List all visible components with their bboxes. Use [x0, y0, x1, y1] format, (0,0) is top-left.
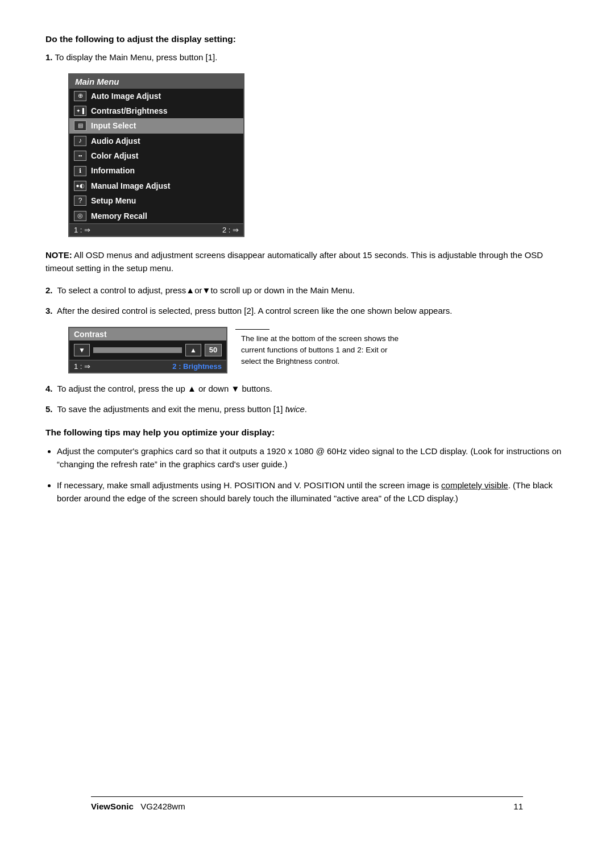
contrast-title: Contrast [69, 328, 226, 340]
footer-model: VG2428wm [140, 801, 185, 811]
contrast-footer: 1 : ⇒ 2 : Brightness [69, 360, 226, 372]
step-3-content: After the desired control is selected, p… [57, 306, 452, 315]
tip-2-underline: completely visible [441, 480, 508, 490]
contrast-footer-right: 2 : Brightness [172, 362, 222, 371]
step-5-italic: twice [285, 404, 305, 414]
main-menu-title: Main Menu [69, 74, 243, 89]
contrast-brightness-label: Contrast/Brightness [91, 105, 168, 117]
step-5-end: . [305, 404, 307, 414]
section-heading-display-setting: Do the following to adjust the display s… [45, 34, 569, 44]
step-1-content: To display the Main Menu, press button [… [55, 52, 217, 62]
note-block: NOTE: All OSD menus and adjustment scree… [45, 248, 569, 275]
input-select-label: Input Select [91, 119, 136, 132]
auto-image-adjust-label: Auto Image Adjust [91, 90, 161, 102]
menu-item-color-adjust: ▪▪ Color Adjust [69, 148, 243, 163]
information-icon: ℹ [74, 166, 86, 176]
menu-footer-left: 1 : ⇒ [74, 226, 90, 234]
contrast-area: Contrast ▼ ▲ 50 1 : ⇒ 2 : Brightness The… [68, 327, 569, 373]
footer-brand-model: ViewSonic VG2428wm [91, 801, 185, 811]
contrast-slider-row: ▼ ▲ 50 [69, 340, 226, 360]
menu-item-information: ℹ Information [69, 163, 243, 178]
contrast-box: Contrast ▼ ▲ 50 1 : ⇒ 2 : Brightness [68, 327, 227, 373]
step-4-content: To adjust the control, press the up ▲ or… [57, 384, 272, 393]
menu-item-contrast-brightness: ✦▐ Contrast/Brightness [69, 103, 243, 118]
step-2-number: 2. [45, 285, 53, 295]
menu-item-input-select: ▤ Input Select [69, 118, 243, 133]
contrast-value: 50 [205, 344, 222, 356]
step-4-text: 4. To adjust the control, press the up ▲… [45, 383, 569, 396]
menu-item-setup-menu: ? Setup Menu [69, 193, 243, 208]
setup-menu-icon: ? [74, 196, 86, 206]
auto-image-adjust-icon: ⊕ [74, 91, 86, 101]
footer-page-number: 11 [513, 801, 523, 811]
main-menu-footer: 1 : ⇒ 2 : ⇒ [69, 223, 243, 236]
tip-item-2: If necessary, make small adjustments usi… [57, 479, 569, 505]
audio-adjust-label: Audio Adjust [91, 135, 140, 147]
contrast-footer-left: 1 : ⇒ [74, 362, 90, 371]
menu-item-manual-image-adjust: ●◐ Manual Image Adjust [69, 178, 243, 193]
menu-item-audio-adjust: ♪ Audio Adjust [69, 134, 243, 148]
step-2-content: To select a control to adjust, press▲or▼… [57, 285, 355, 295]
information-label: Information [91, 164, 135, 177]
step-5-number: 5. [45, 404, 53, 414]
manual-image-adjust-icon: ●◐ [74, 181, 86, 191]
step-1-text: 1. To display the Main Menu, press butto… [45, 51, 569, 64]
memory-recall-icon: ◎ [74, 211, 86, 221]
setup-menu-label: Setup Menu [91, 194, 136, 207]
step-1-number: 1. [45, 52, 53, 62]
tips-heading: The following tips may help you optimize… [45, 427, 569, 438]
footer-brand: ViewSonic [91, 801, 134, 811]
tips-bullet-list: Adjust the computer's graphics card so t… [57, 445, 569, 505]
page-footer: ViewSonic VG2428wm 11 [91, 796, 523, 811]
menu-item-memory-recall: ◎ Memory Recall [69, 209, 243, 223]
contrast-brightness-icon: ✦▐ [74, 106, 86, 116]
contrast-up-btn: ▲ [185, 344, 201, 356]
step-3-text: 3. After the desired control is selected… [45, 305, 569, 318]
audio-adjust-icon: ♪ [74, 136, 86, 146]
note-label: NOTE: [45, 250, 72, 260]
step-3-number: 3. [45, 306, 53, 315]
step-4-number: 4. [45, 384, 53, 393]
step-5-content: To save the adjustments and exit the men… [57, 404, 285, 414]
menu-item-auto-image-adjust: ⊕ Auto Image Adjust [69, 89, 243, 103]
contrast-side-note: The line at the bottom of the screen sho… [241, 333, 400, 368]
color-adjust-label: Color Adjust [91, 149, 138, 162]
note-text: All OSD menus and adjustment screens dis… [45, 250, 543, 273]
input-select-icon: ▤ [74, 121, 86, 131]
manual-image-adjust-label: Manual Image Adjust [91, 180, 171, 192]
main-menu-box: Main Menu ⊕ Auto Image Adjust ✦▐ Contras… [68, 73, 244, 238]
tip-1-text: Adjust the computer's graphics card so t… [57, 446, 561, 469]
color-adjust-icon: ▪▪ [74, 151, 86, 161]
contrast-slider-bar [93, 347, 182, 353]
step-5-text: 5. To save the adjustments and exit the … [45, 403, 569, 416]
step-2-text: 2. To select a control to adjust, press▲… [45, 284, 569, 297]
tip-item-1: Adjust the computer's graphics card so t… [57, 445, 569, 471]
memory-recall-label: Memory Recall [91, 210, 147, 222]
menu-footer-right: 2 : ⇒ [222, 226, 239, 234]
contrast-down-btn: ▼ [74, 344, 90, 356]
tip-2-start: If necessary, make small adjustments usi… [57, 480, 553, 503]
